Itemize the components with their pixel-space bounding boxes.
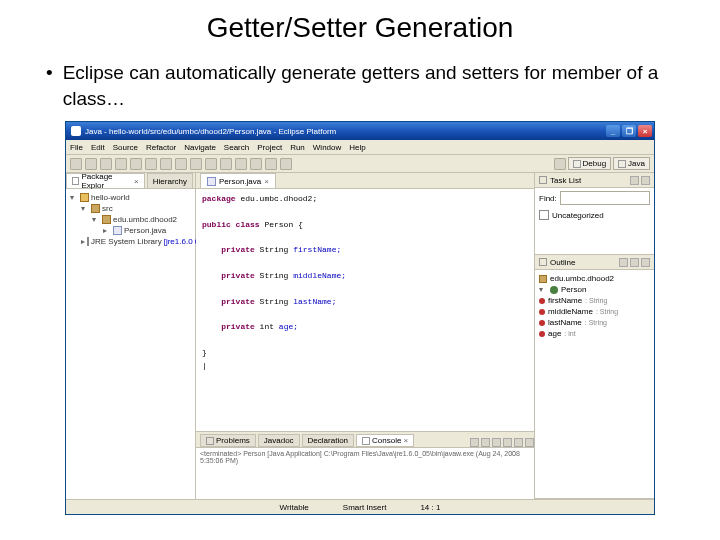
open-type-icon[interactable] (205, 158, 217, 170)
tasklist-body[interactable]: Find: Uncategorized (535, 188, 654, 254)
back-icon[interactable] (265, 158, 277, 170)
tasklist-toolbar-icon[interactable] (630, 176, 639, 185)
tab-hierarchy[interactable]: Hierarchy (147, 173, 193, 188)
close-editor-icon[interactable]: × (264, 177, 269, 186)
close-console-icon[interactable]: × (403, 436, 408, 445)
menu-run[interactable]: Run (290, 143, 305, 152)
twisty-icon[interactable]: ▾ (92, 215, 100, 224)
new-package-icon[interactable] (175, 158, 187, 170)
outline-tree[interactable]: edu.umbc.dhood2 ▾Person firstName: Strin… (535, 270, 654, 498)
bullet-dot: • (46, 60, 53, 111)
status-writable: Writable (272, 503, 317, 512)
menu-refactor[interactable]: Refactor (146, 143, 176, 152)
outline-header[interactable]: Outline (535, 255, 654, 270)
eclipse-icon (71, 126, 81, 136)
outline-package[interactable]: edu.umbc.dhood2 (550, 274, 614, 283)
package-icon (102, 215, 111, 224)
twisty-icon[interactable]: ▾ (81, 204, 89, 213)
bottom-tabs: Problems Javadoc Declaration Console× (196, 431, 534, 447)
new-class-icon[interactable] (190, 158, 202, 170)
console-view[interactable]: <terminated> Person [Java Application] C… (196, 447, 534, 499)
console-display-icon[interactable] (525, 438, 534, 447)
menu-search[interactable]: Search (224, 143, 249, 152)
tab-package-explorer[interactable]: Package Explor× (66, 173, 145, 188)
project-icon (80, 193, 89, 202)
find-label: Find: (539, 194, 557, 203)
status-bar: Writable Smart Insert 14 : 1 (66, 499, 654, 514)
run-icon[interactable] (145, 158, 157, 170)
menu-edit[interactable]: Edit (91, 143, 105, 152)
problems-icon (206, 437, 214, 445)
bullet-text: Eclipse can automatically generate gette… (63, 60, 680, 111)
package-node[interactable]: edu.umbc.dhood2 (113, 215, 177, 224)
console-terminate-icon[interactable] (470, 438, 479, 447)
status-insert-mode: Smart Insert (335, 503, 395, 512)
tab-problems[interactable]: Problems (200, 434, 256, 447)
outline-filter-icon[interactable] (630, 258, 639, 267)
twisty-icon[interactable]: ▸ (81, 237, 85, 246)
debug-icon[interactable] (130, 158, 142, 170)
tasklist-search-input[interactable] (560, 191, 650, 205)
close-button[interactable]: × (638, 125, 652, 137)
ext-tools-icon[interactable] (160, 158, 172, 170)
open-perspective-icon[interactable] (554, 158, 566, 170)
file-node[interactable]: Person.java (124, 226, 166, 235)
package-explorer-icon (72, 177, 79, 185)
menu-window[interactable]: Window (313, 143, 341, 152)
titlebar[interactable]: Java - hello-world/src/edu/umbc/dhood2/P… (66, 122, 654, 140)
new-icon[interactable] (70, 158, 82, 170)
console-pin-icon[interactable] (514, 438, 523, 447)
close-tab-icon[interactable]: × (134, 177, 139, 186)
menu-file[interactable]: File (70, 143, 83, 152)
outline-class[interactable]: Person (561, 285, 586, 294)
cursor-line: | (202, 360, 528, 373)
twisty-icon[interactable]: ▾ (70, 193, 78, 202)
perspective-java[interactable]: Java (613, 157, 650, 170)
tab-javadoc[interactable]: Javadoc (258, 434, 300, 447)
editor-tab-person[interactable]: Person.java × (200, 173, 276, 188)
console-icon (362, 437, 370, 445)
outline-field-middlename[interactable]: middleName (548, 307, 593, 316)
menubar: File Edit Source Refactor Navigate Searc… (66, 140, 654, 155)
java-file-icon (207, 177, 216, 186)
uncategorized-node[interactable]: Uncategorized (552, 211, 604, 220)
outline-menu-icon[interactable] (641, 258, 650, 267)
twisty-icon[interactable]: ▾ (539, 285, 547, 294)
annotation-next-icon[interactable] (250, 158, 262, 170)
tasklist-header[interactable]: Task List (535, 173, 654, 188)
java-file-icon (113, 226, 122, 235)
twisty-icon[interactable]: ▸ (103, 226, 111, 235)
forward-icon[interactable] (280, 158, 292, 170)
console-clear-icon[interactable] (492, 438, 501, 447)
menu-source[interactable]: Source (113, 143, 138, 152)
outline-field-age[interactable]: age (548, 329, 561, 338)
tasklist-menu-icon[interactable] (641, 176, 650, 185)
annotation-prev-icon[interactable] (235, 158, 247, 170)
print-icon[interactable] (100, 158, 112, 170)
project-node[interactable]: hello-world (91, 193, 130, 202)
console-remove-icon[interactable] (481, 438, 490, 447)
build-icon[interactable] (115, 158, 127, 170)
menu-help[interactable]: Help (349, 143, 365, 152)
perspective-debug[interactable]: Debug (568, 157, 612, 170)
package-icon (539, 275, 547, 283)
tab-console[interactable]: Console× (356, 434, 414, 447)
window-title: Java - hello-world/src/edu/umbc/dhood2/P… (85, 127, 606, 136)
maximize-button[interactable]: ❐ (622, 125, 636, 137)
save-icon[interactable] (85, 158, 97, 170)
outline-sort-icon[interactable] (619, 258, 628, 267)
jre-node[interactable]: JRE System Library (91, 237, 162, 246)
menu-navigate[interactable]: Navigate (184, 143, 216, 152)
tab-declaration[interactable]: Declaration (302, 434, 354, 447)
search-icon[interactable] (220, 158, 232, 170)
field-icon (539, 320, 545, 326)
menu-project[interactable]: Project (257, 143, 282, 152)
minimize-button[interactable]: _ (606, 125, 620, 137)
editor-area: Person.java × package edu.umbc.dhood2; p… (196, 173, 534, 499)
outline-field-firstname[interactable]: firstName (548, 296, 582, 305)
package-explorer-tree[interactable]: ▾hello-world ▾src ▾edu.umbc.dhood2 ▸Pers… (66, 189, 195, 499)
outline-field-lastname[interactable]: lastName (548, 318, 582, 327)
code-editor[interactable]: package edu.umbc.dhood2; public class Pe… (196, 189, 534, 431)
src-node[interactable]: src (102, 204, 113, 213)
console-scroll-lock-icon[interactable] (503, 438, 512, 447)
